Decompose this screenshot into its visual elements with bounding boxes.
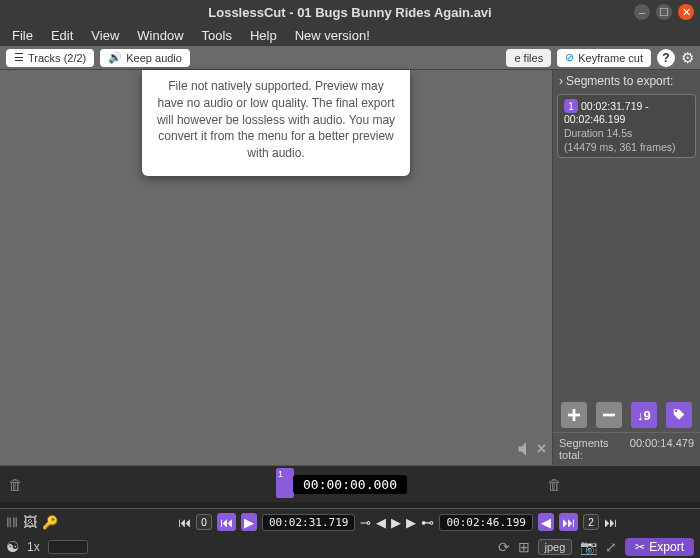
list-icon: ☰ bbox=[14, 51, 24, 64]
segment-item[interactable]: 100:02:31.719 - 00:02:46.199 Duration 14… bbox=[557, 94, 696, 158]
step-forward-button[interactable]: ▶ bbox=[406, 515, 416, 530]
help-button[interactable]: ? bbox=[657, 49, 675, 67]
prev-seg-number[interactable]: 0 bbox=[196, 514, 212, 530]
segments-header[interactable]: › Segments to export: bbox=[553, 70, 700, 92]
start-timecode-input[interactable]: 00:02:31.719 bbox=[262, 514, 355, 531]
total-label: Segments total: bbox=[559, 437, 630, 461]
playback-controls: ⦀⦀ 🖼 🔑 ⏮ 0 ⏮ ▶ 00:02:31.719 ⊸ ◀ ▶ ▶ ⊷ 00… bbox=[0, 509, 700, 535]
svg-rect-2 bbox=[603, 414, 615, 417]
segments-total: Segments total: 00:00:14.479 bbox=[553, 432, 700, 465]
key-icon: ⊘ bbox=[565, 51, 574, 64]
waveform-icon[interactable]: ⦀⦀ bbox=[6, 514, 18, 531]
trash-left-icon[interactable]: 🗑 bbox=[8, 476, 23, 493]
tracks-button[interactable]: ☰ Tracks (2/2) bbox=[6, 49, 94, 67]
timeline-timecode[interactable]: 00:00:00.000 bbox=[293, 475, 407, 494]
trash-right-icon[interactable]: 🗑 bbox=[547, 476, 562, 493]
timeline-ticks bbox=[0, 502, 700, 508]
export-label: Export bbox=[649, 540, 684, 554]
menu-file[interactable]: File bbox=[4, 26, 41, 45]
menu-window[interactable]: Window bbox=[129, 26, 191, 45]
tracks-label: Tracks (2/2) bbox=[28, 52, 86, 64]
camera-icon[interactable]: 📷 bbox=[580, 539, 597, 555]
timeline[interactable]: 🗑 1 00:00:00.000 🗑 bbox=[0, 465, 700, 509]
add-segment-button[interactable] bbox=[561, 402, 587, 428]
svg-rect-1 bbox=[568, 414, 580, 417]
maximize-button[interactable]: ☐ bbox=[656, 4, 672, 20]
speed-input[interactable] bbox=[48, 540, 88, 554]
bottom-bar: ☯ 1x ⟳ ⊞ jpeg 📷 ⤢ ✂ Export bbox=[0, 535, 700, 558]
window-controls: – ☐ ✕ bbox=[634, 4, 694, 20]
segment-frames: (14479 ms, 361 frames) bbox=[564, 141, 689, 153]
speaker-icon: 🔊 bbox=[108, 51, 122, 64]
next-seg-number[interactable]: 2 bbox=[583, 514, 599, 530]
capture-format-select[interactable]: jpeg bbox=[538, 539, 573, 555]
set-start-button[interactable]: ▶ bbox=[241, 513, 257, 531]
end-timecode-input[interactable]: 00:02:46.199 bbox=[439, 514, 532, 531]
segments-header-label: Segments to export: bbox=[566, 74, 673, 88]
unsupported-tooltip: File not natively supported. Preview may… bbox=[142, 70, 410, 176]
minimize-button[interactable]: – bbox=[634, 4, 650, 20]
marker-num: 1 bbox=[278, 469, 283, 479]
next-keyframe-button[interactable]: ⏭ bbox=[559, 513, 578, 531]
close-button[interactable]: ✕ bbox=[678, 4, 694, 20]
keyframes-icon[interactable]: 🔑 bbox=[42, 515, 58, 530]
tag-segment-button[interactable] bbox=[666, 402, 692, 428]
chevron-right-icon: › bbox=[559, 74, 563, 88]
keyframe-label: Keyframe cut bbox=[578, 52, 643, 64]
segment-number-badge: 1 bbox=[564, 99, 578, 113]
video-preview[interactable]: File not natively supported. Preview may… bbox=[0, 70, 552, 465]
tooltip-text: File not natively supported. Preview may… bbox=[157, 79, 395, 160]
step-back-button[interactable]: ◀ bbox=[376, 515, 386, 530]
menu-help[interactable]: Help bbox=[242, 26, 285, 45]
total-time: 00:00:14.479 bbox=[630, 437, 694, 461]
arrows-icon[interactable]: ⤢ bbox=[605, 539, 617, 555]
scissors-icon: ✂ bbox=[635, 540, 645, 554]
thumbnails-icon[interactable]: 🖼 bbox=[23, 514, 37, 530]
segment-time-range: 100:02:31.719 - 00:02:46.199 bbox=[564, 99, 689, 125]
capture-list-icon[interactable]: ⊞ bbox=[518, 539, 530, 555]
window-title: LosslessCut - 01 Bugs Bunny Rides Again.… bbox=[208, 5, 491, 20]
main-area: File not natively supported. Preview may… bbox=[0, 70, 700, 465]
menu-tools[interactable]: Tools bbox=[194, 26, 240, 45]
yinyang-icon[interactable]: ☯ bbox=[6, 538, 19, 556]
prev-keyframe-button[interactable]: ⏮ bbox=[217, 513, 236, 531]
rotate-icon[interactable]: ⟳ bbox=[498, 539, 510, 555]
jpeg-label: jpeg bbox=[545, 541, 566, 553]
export-button[interactable]: ✂ Export bbox=[625, 538, 694, 556]
menu-bar: File Edit View Window Tools Help New ver… bbox=[0, 24, 700, 46]
sort-segments-button[interactable]: ↓9 bbox=[631, 402, 657, 428]
play-button[interactable]: ▶ bbox=[391, 515, 401, 530]
playback-speed[interactable]: 1x bbox=[27, 540, 40, 554]
files-button-partial[interactable]: e files bbox=[506, 49, 551, 67]
segment-duration: Duration 14.5s bbox=[564, 127, 689, 139]
settings-button[interactable]: ⚙ bbox=[681, 49, 694, 67]
menu-new-version[interactable]: New version! bbox=[287, 26, 378, 45]
toolbar: ☰ Tracks (2/2) 🔊 Keep audio e files ⊘ Ke… bbox=[0, 46, 700, 70]
keyframe-cut-button[interactable]: ⊘ Keyframe cut bbox=[557, 49, 651, 67]
set-end-button[interactable]: ◀ bbox=[538, 513, 554, 531]
files-label: e files bbox=[514, 52, 543, 64]
jump-end-button[interactable]: ⏭ bbox=[604, 515, 617, 530]
segments-panel: › Segments to export: 100:02:31.719 - 00… bbox=[552, 70, 700, 465]
menu-view[interactable]: View bbox=[83, 26, 127, 45]
timeline-segment-marker[interactable]: 1 bbox=[276, 468, 294, 498]
jump-start-button[interactable]: ⏮ bbox=[178, 515, 191, 530]
title-bar: LosslessCut - 01 Bugs Bunny Rides Again.… bbox=[0, 0, 700, 24]
menu-edit[interactable]: Edit bbox=[43, 26, 81, 45]
mute-icon[interactable]: × bbox=[516, 439, 546, 459]
keep-audio-button[interactable]: 🔊 Keep audio bbox=[100, 49, 190, 67]
remove-segment-button[interactable] bbox=[596, 402, 622, 428]
key-right-icon[interactable]: ⊷ bbox=[421, 515, 434, 530]
key-left-icon[interactable]: ⊸ bbox=[360, 515, 371, 530]
keep-audio-label: Keep audio bbox=[126, 52, 182, 64]
segment-actions: ↓9 bbox=[553, 398, 700, 432]
